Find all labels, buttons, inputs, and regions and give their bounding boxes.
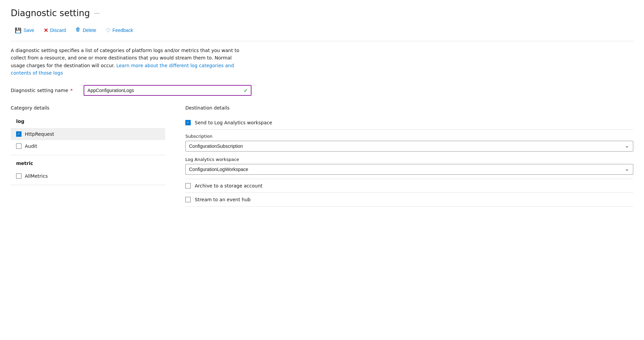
- save-label: Save: [24, 28, 34, 33]
- checkbox-log-analytics[interactable]: [185, 120, 191, 125]
- destination-details-title: Destination details: [185, 105, 633, 111]
- svg-rect-1: [77, 27, 79, 28]
- subscription-label: Subscription: [185, 134, 633, 139]
- destination-event-hub-row: Stream to an event hub: [185, 193, 633, 207]
- checkbox-httprequest[interactable]: [16, 131, 21, 137]
- save-button[interactable]: 💾 Save: [11, 25, 38, 36]
- feedback-icon: ♡: [106, 27, 110, 34]
- category-details-panel: Category details log HttpRequest Audit m…: [11, 105, 165, 207]
- category-item-httprequest[interactable]: HttpRequest: [11, 128, 165, 140]
- subscription-dropdown[interactable]: ConfigurationSubscription: [185, 141, 633, 152]
- svg-rect-0: [76, 28, 80, 29]
- destination-details-panel: Destination details Send to Log Analytic…: [185, 105, 633, 207]
- checkbox-allmetrics[interactable]: [16, 173, 21, 179]
- workspace-dropdown[interactable]: ConfigurationLogWorkspace: [185, 164, 633, 175]
- destination-log-analytics-row: Send to Log Analytics workspace: [185, 116, 633, 130]
- destination-archive-storage-row: Archive to a storage account: [185, 179, 633, 193]
- required-indicator: *: [71, 88, 73, 93]
- checkbox-audit[interactable]: [16, 143, 21, 149]
- log-group-label: log: [11, 116, 165, 127]
- category-label-allmetrics: AllMetrics: [25, 173, 48, 179]
- category-item-allmetrics[interactable]: AllMetrics: [11, 170, 165, 182]
- setting-name-row: Diagnostic setting name * ✓: [11, 85, 633, 96]
- delete-button[interactable]: Delete: [71, 25, 100, 36]
- page-header: Diagnostic setting ···: [11, 8, 633, 18]
- delete-icon: [75, 27, 81, 34]
- log-analytics-workspace-subsection: Log Analytics workspace ConfigurationLog…: [185, 157, 633, 175]
- setting-name-label: Diagnostic setting name *: [11, 88, 73, 93]
- setting-name-input[interactable]: [84, 85, 251, 96]
- discard-icon: ✕: [44, 27, 48, 34]
- discard-label: Discard: [50, 28, 66, 33]
- input-valid-icon: ✓: [243, 87, 248, 93]
- save-icon: 💾: [15, 27, 21, 34]
- page-title-ellipsis: ···: [94, 10, 100, 17]
- workspace-label: Log Analytics workspace: [185, 157, 633, 162]
- feedback-label: Feedback: [112, 28, 133, 33]
- metric-bottom-divider: [11, 185, 165, 185]
- category-details-title: Category details: [11, 105, 165, 111]
- log-metric-divider: [11, 155, 165, 155]
- category-label-httprequest: HttpRequest: [25, 131, 54, 137]
- setting-name-input-wrap: ✓: [84, 85, 251, 96]
- archive-storage-label: Archive to a storage account: [195, 183, 263, 188]
- discard-button[interactable]: ✕ Discard: [40, 25, 70, 36]
- toolbar: 💾 Save ✕ Discard Delete ♡ Feedback: [11, 25, 633, 41]
- checkbox-event-hub[interactable]: [185, 197, 191, 202]
- checkbox-archive-storage[interactable]: [185, 183, 191, 188]
- category-item-audit[interactable]: Audit: [11, 140, 165, 152]
- log-analytics-label: Send to Log Analytics workspace: [195, 120, 272, 125]
- delete-label: Delete: [83, 28, 96, 33]
- main-content: Category details log HttpRequest Audit m…: [11, 105, 633, 207]
- description-text: A diagnostic setting specifies a list of…: [11, 47, 246, 77]
- subscription-subsection: Subscription ConfigurationSubscription L…: [185, 130, 633, 179]
- event-hub-label: Stream to an event hub: [195, 197, 250, 202]
- feedback-button[interactable]: ♡ Feedback: [102, 25, 137, 36]
- subscription-dropdown-wrap: ConfigurationSubscription: [185, 141, 633, 152]
- metric-group-label: metric: [11, 158, 165, 169]
- workspace-dropdown-wrap: ConfigurationLogWorkspace: [185, 164, 633, 175]
- page-title: Diagnostic setting: [11, 8, 90, 18]
- category-label-audit: Audit: [25, 143, 37, 149]
